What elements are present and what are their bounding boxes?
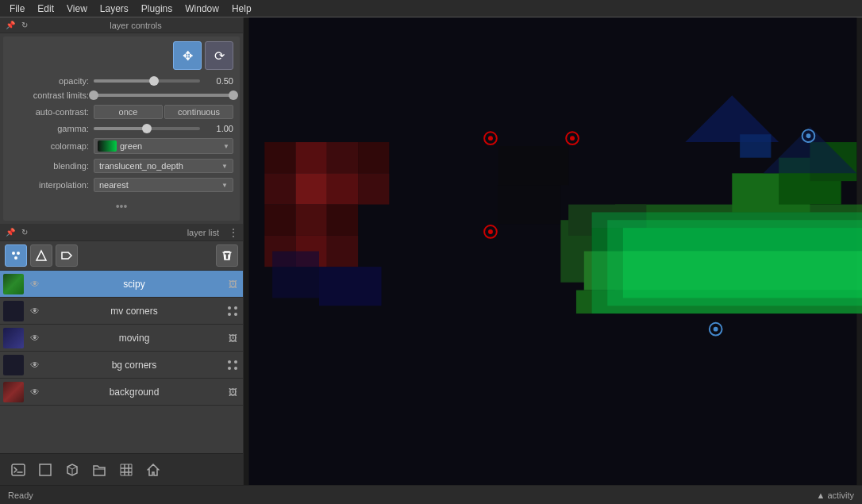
bottom-toolbar <box>0 453 243 485</box>
svg-rect-15 <box>264 142 295 173</box>
layer-list-refresh-icon[interactable]: ↻ <box>19 227 30 238</box>
contrast-max-thumb[interactable] <box>229 90 238 100</box>
colormap-row: colormap: green ▼ <box>10 138 233 154</box>
layer-list-section: 📌 ↻ layer list ⋮ <box>0 224 243 453</box>
layer-thumb-bg-corners <box>3 355 24 375</box>
main-layout: 📌 ↻ layer controls ✥ ⟳ opacity: 0.50 <box>0 17 862 485</box>
svg-rect-45 <box>623 228 862 298</box>
layer-list-pin-icon[interactable]: 📌 <box>5 227 16 238</box>
opacity-slider[interactable] <box>94 79 200 83</box>
more-options-dots[interactable]: ••• <box>10 197 233 216</box>
layer-item-background[interactable]: 👁 background 🖼 <box>0 379 243 406</box>
svg-point-8 <box>228 360 231 364</box>
refresh-icon[interactable]: ↻ <box>19 20 30 31</box>
pin-icon[interactable]: 📌 <box>5 20 16 31</box>
colormap-select[interactable]: green ▼ <box>94 138 233 154</box>
2d-view-button[interactable] <box>33 458 57 482</box>
svg-rect-28 <box>327 236 358 267</box>
blending-value: translucent_no_depth <box>99 161 218 171</box>
blending-select[interactable]: translucent_no_depth ▼ <box>94 159 233 173</box>
statusbar: Ready ▲ activity <box>0 485 862 504</box>
svg-point-1 <box>17 252 20 255</box>
menu-view[interactable]: View <box>60 2 94 16</box>
svg-rect-24 <box>296 205 327 236</box>
interpolation-label: interpolation: <box>10 180 89 190</box>
svg-point-54 <box>488 229 493 234</box>
opacity-row: opacity: 0.50 <box>10 76 233 86</box>
points-tool-button[interactable] <box>5 244 27 267</box>
layer-item-scipy[interactable]: 👁 scipy 🖼 <box>0 271 243 298</box>
svg-rect-23 <box>264 205 295 236</box>
layer-visibility-moving[interactable]: 👁 <box>27 330 43 346</box>
activity-button[interactable]: ▲ activity <box>816 491 854 500</box>
gamma-slider[interactable] <box>94 127 200 130</box>
svg-rect-20 <box>296 173 327 204</box>
contrast-limits-row: contrast limits: <box>10 90 233 100</box>
auto-contrast-buttons: once continuous <box>94 105 233 119</box>
auto-contrast-once[interactable]: once <box>94 105 163 119</box>
contrast-min-thumb[interactable] <box>89 90 98 100</box>
visualization <box>244 17 862 485</box>
interpolation-row: interpolation: nearest ▼ <box>10 178 233 192</box>
interpolation-select[interactable]: nearest ▼ <box>94 178 233 192</box>
svg-rect-17 <box>327 142 358 173</box>
blending-row: blending: translucent_no_depth ▼ <box>10 159 233 173</box>
svg-point-0 <box>12 252 15 255</box>
menu-help[interactable]: Help <box>225 2 258 16</box>
gamma-thumb[interactable] <box>142 124 152 133</box>
home-button[interactable] <box>141 458 165 482</box>
move-transform-button[interactable]: ✥ <box>173 41 202 70</box>
svg-rect-30 <box>319 267 382 306</box>
terminal-button[interactable] <box>6 458 30 482</box>
delete-layer-button[interactable] <box>216 244 238 267</box>
svg-point-52 <box>570 136 575 140</box>
contrast-limits-slider[interactable] <box>94 94 233 97</box>
layer-list-menu-button[interactable]: ⋮ <box>229 227 238 238</box>
label-tool-button[interactable] <box>56 244 78 267</box>
svg-point-5 <box>234 306 237 310</box>
layer-thumb-background <box>3 382 24 402</box>
svg-point-2 <box>14 256 17 260</box>
svg-point-56 <box>806 133 811 138</box>
auto-contrast-continuous[interactable]: continuous <box>164 105 233 119</box>
menu-window[interactable]: Window <box>179 2 225 16</box>
layers-list: 👁 scipy 🖼 👁 mv corners <box>0 271 243 453</box>
menu-layers[interactable]: Layers <box>94 2 135 16</box>
open-file-button[interactable] <box>87 458 111 482</box>
layer-visibility-scipy[interactable]: 👁 <box>27 276 43 292</box>
opacity-label: opacity: <box>10 76 89 86</box>
layer-item-mv-corners[interactable]: 👁 mv corners <box>0 298 243 325</box>
layer-visibility-bg-corners[interactable]: 👁 <box>27 357 43 373</box>
canvas-area[interactable] <box>244 17 862 485</box>
auto-contrast-row: auto-contrast: once continuous <box>10 105 233 119</box>
svg-rect-21 <box>327 173 358 204</box>
svg-rect-19 <box>264 173 295 204</box>
transform-buttons: ✥ ⟳ <box>10 41 233 70</box>
colormap-label: colormap: <box>10 141 89 151</box>
shape-tool-button[interactable] <box>30 244 52 267</box>
layer-item-bg-corners[interactable]: 👁 bg corners <box>0 352 243 379</box>
layer-name-moving: moving <box>46 333 222 344</box>
svg-point-6 <box>228 313 231 316</box>
menu-edit[interactable]: Edit <box>31 2 60 16</box>
menu-file[interactable]: File <box>3 2 31 16</box>
menu-plugins[interactable]: Plugins <box>135 2 179 16</box>
layer-image-icon-moving: 🖼 <box>225 331 240 345</box>
blending-label: blending: <box>10 161 89 171</box>
contrast-limits-label: contrast limits: <box>10 90 89 100</box>
3d-view-button[interactable] <box>60 458 84 482</box>
layer-list-header: 📌 ↻ layer list ⋮ <box>0 224 243 241</box>
layer-controls-header: 📌 ↻ layer controls <box>0 17 243 33</box>
layer-item-moving[interactable]: 👁 moving 🖼 <box>0 325 243 352</box>
status-text: Ready <box>8 491 33 500</box>
layer-visibility-mv-corners[interactable]: 👁 <box>27 303 43 319</box>
layer-image-icon-background: 🖼 <box>225 385 240 399</box>
layer-visibility-background[interactable]: 👁 <box>27 384 43 400</box>
layer-controls-section: 📌 ↻ layer controls ✥ ⟳ opacity: 0.50 <box>0 17 243 224</box>
svg-point-10 <box>228 367 231 370</box>
rotate-transform-button[interactable]: ⟳ <box>205 41 233 70</box>
grid-button[interactable] <box>114 458 138 482</box>
interpolation-dropdown-arrow: ▼ <box>221 182 228 189</box>
opacity-thumb[interactable] <box>149 76 159 86</box>
svg-point-7 <box>234 313 237 316</box>
